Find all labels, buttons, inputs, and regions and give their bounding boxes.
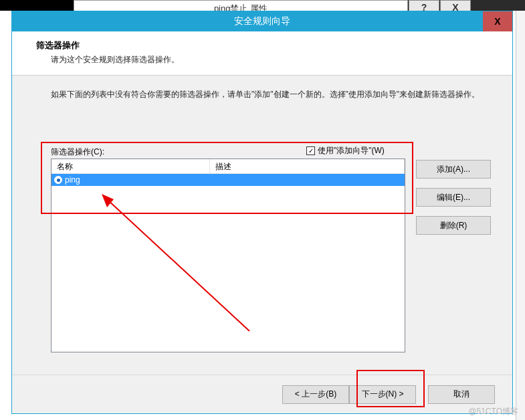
edit-button[interactable]: 编辑(E)... xyxy=(416,188,491,207)
list-header: 名称 描述 xyxy=(51,159,405,174)
close-icon: X xyxy=(494,16,500,27)
filter-action-label: 筛选器操作(C): xyxy=(51,146,104,158)
radio-icon xyxy=(54,176,62,184)
add-button[interactable]: 添加(A)... xyxy=(416,160,491,179)
checkbox-icon: ✓ xyxy=(306,146,315,155)
filter-action-list[interactable]: 名称 描述 ping xyxy=(51,159,405,352)
background-panel xyxy=(516,11,525,420)
watermark: @51CTO博客 xyxy=(468,406,518,417)
cancel-button[interactable]: 取消 xyxy=(428,385,495,404)
remove-button[interactable]: 删除(R) xyxy=(416,216,491,235)
use-add-wizard-label: 使用"添加向导"(W) xyxy=(318,145,385,156)
wizard-header: 筛选器操作 请为这个安全规则选择筛选器操作。 xyxy=(12,31,512,76)
close-button[interactable]: X xyxy=(483,11,512,31)
step-subtitle: 请为这个安全规则选择筛选器操作。 xyxy=(36,54,496,66)
column-name[interactable]: 名称 xyxy=(51,159,210,173)
list-item-name: ping xyxy=(65,175,80,185)
column-description[interactable]: 描述 xyxy=(210,159,405,173)
side-buttons: 添加(A)... 编辑(E)... 删除(R) xyxy=(416,160,491,235)
list-item[interactable]: ping xyxy=(51,174,405,186)
security-rule-wizard: 安全规则向导 X 筛选器操作 请为这个安全规则选择筛选器操作。 如果下面的列表中… xyxy=(11,11,513,414)
wizard-body: 如果下面的列表中没有符合你需要的筛选器操作，请单击"添加"创建一个新的。选择"使… xyxy=(12,76,512,371)
wizard-titlebar[interactable]: 安全规则向导 X xyxy=(12,11,512,31)
next-button[interactable]: 下一步(N) > xyxy=(349,385,416,404)
wizard-title: 安全规则向导 xyxy=(12,15,512,27)
wizard-footer: < 上一步(B) 下一步(N) > 取消 xyxy=(12,375,512,413)
back-button[interactable]: < 上一步(B) xyxy=(282,385,349,404)
use-add-wizard-checkbox[interactable]: ✓ 使用"添加向导"(W) xyxy=(306,145,385,156)
instruction-text: 如果下面的列表中没有符合你需要的筛选器操作，请单击"添加"创建一个新的。选择"使… xyxy=(51,88,492,102)
step-title: 筛选器操作 xyxy=(36,39,496,51)
